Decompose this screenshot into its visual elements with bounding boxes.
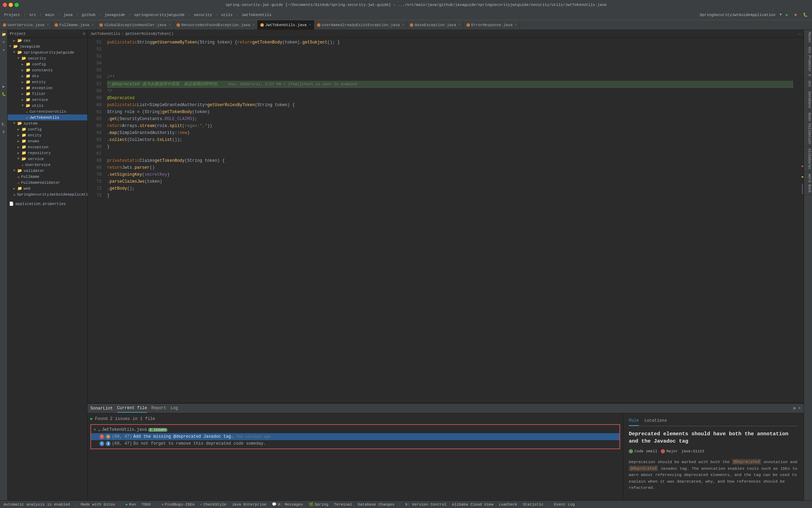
tab-close-resourcenotfound[interactable]: ×: [253, 23, 254, 27]
issue-item-0[interactable]: ! 🔶 (60, 47) Add the missing @deprecated…: [91, 433, 619, 440]
toolbar-github[interactable]: github: [80, 12, 98, 18]
tab-close-usernameexists[interactable]: ×: [402, 23, 404, 27]
breadcrumb-file[interactable]: JwtTokenUtils: [90, 32, 120, 36]
tab-close-userservice[interactable]: ×: [47, 23, 49, 27]
favorites-icon[interactable]: ★: [1, 47, 7, 53]
toolbar-main[interactable]: main: [43, 12, 56, 18]
run-icon[interactable]: ▶: [1, 84, 7, 90]
tree-item-currentuserutils[interactable]: ☕ CurrentUserUtils: [8, 109, 87, 114]
app-selector[interactable]: SpringSecurityJwtGuideApplication: [698, 12, 778, 18]
status-version-control[interactable]: 9: Version Control: [404, 502, 448, 507]
status-messages[interactable]: 💬 0: Messages: [270, 502, 304, 507]
tree-item-userservice[interactable]: ☕ UserService: [8, 162, 87, 168]
project-icon[interactable]: 📁: [1, 31, 7, 38]
status-checkstyle[interactable]: ✓ CheckStyle: [199, 502, 228, 507]
close-bottom-icon[interactable]: ×: [798, 406, 801, 411]
tree-item-security[interactable]: ▼ 📂 security: [8, 55, 87, 61]
toolbar-project[interactable]: Project: [2, 12, 22, 18]
side-label-key-promoter[interactable]: Key Promoter X: [804, 45, 812, 79]
tab-errorresponse[interactable]: ErrorResponse.java ×: [464, 20, 520, 30]
status-terminal[interactable]: Terminal: [332, 502, 354, 507]
tree-item-jwttokenutils[interactable]: ☕ JwtTokenUtils: [8, 114, 87, 120]
dropdown-arrow-icon[interactable]: ▼: [780, 13, 782, 17]
status-java-enterprise[interactable]: Java Enterprise: [230, 502, 268, 507]
status-made-with[interactable]: Made with Gitox: [79, 502, 116, 507]
tree-item-fullname[interactable]: ☕ FullName: [8, 174, 87, 180]
status-alibaba[interactable]: Alibaba Cloud View: [450, 502, 495, 507]
collapse-icon[interactable]: —: [798, 32, 801, 36]
side-label-maven[interactable]: Maven: [804, 30, 812, 45]
status-event-log[interactable]: Event Log: [553, 502, 576, 507]
toolbar-springsecurityjwtguide[interactable]: springsecurityjwtguide: [132, 12, 187, 18]
tree-item-app-properties[interactable]: 📄 application.properties: [8, 201, 87, 207]
tree-item-web[interactable]: ▶ 📁 web: [8, 185, 87, 191]
tab-report[interactable]: Report: [151, 404, 166, 413]
side-label-database[interactable]: Database: [804, 89, 812, 111]
tab-current-file[interactable]: Current file: [117, 404, 147, 413]
tab-log[interactable]: Log: [170, 404, 178, 413]
toolbar-security[interactable]: security: [192, 12, 214, 18]
close-button[interactable]: [3, 3, 7, 7]
tab-resourcenotfound[interactable]: ResourceNotFoundException.java ×: [174, 20, 258, 30]
tab-close-fullname[interactable]: ×: [92, 23, 94, 27]
tree-item-main-app[interactable]: ☕ SpringSecurityJwtGuideApplication: [8, 191, 87, 197]
toolbar-jwt-token-utils[interactable]: JwtTokenUtils: [239, 12, 274, 18]
side-label-ant[interactable]: Ant: [804, 79, 812, 89]
tree-item-validator[interactable]: ▼ 📂 validator: [8, 168, 87, 174]
structure-icon[interactable]: ≡: [1, 39, 7, 45]
tree-item-sys-service[interactable]: ▼ 📂 service: [8, 156, 87, 162]
status-run[interactable]: ▶ Run: [124, 502, 137, 507]
tab-close-baseexception[interactable]: ×: [458, 23, 460, 27]
terminal-icon-left[interactable]: $_: [1, 121, 7, 127]
tree-item-springsecurity[interactable]: ▼ 📂 springsecurityjwtguide: [8, 49, 87, 55]
tab-close-jwttokenutils[interactable]: ×: [309, 23, 311, 27]
tab-globalexception[interactable]: GlobalExceptionHandler.java ×: [97, 20, 174, 30]
status-todo[interactable]: TODO: [140, 502, 152, 507]
status-statistic[interactable]: Statistic: [521, 502, 545, 507]
tree-item-dto[interactable]: ▶ 📁 dto: [8, 73, 87, 79]
tree-item-service-security[interactable]: ▶ 📁 service: [8, 97, 87, 103]
maximize-button[interactable]: [15, 3, 19, 7]
toolbar-utils[interactable]: utils: [219, 12, 235, 18]
tab-usernameexists[interactable]: UserNameAlreadyExistException.java ×: [314, 20, 407, 30]
tab-close-errorresponse[interactable]: ×: [515, 23, 517, 27]
rule-tab-locations[interactable]: Locations: [644, 418, 667, 426]
minimize-button[interactable]: [9, 3, 13, 7]
issue-item-1[interactable]: i ℹ (60, 47) Do not forget to remove thi…: [91, 440, 619, 447]
tab-fullname[interactable]: FullName.java ×: [52, 20, 97, 30]
tree-item-entity[interactable]: ▶ 📁 entity: [8, 79, 87, 85]
stop-button[interactable]: ■: [792, 12, 799, 18]
side-label-wordbook[interactable]: Word Book: [804, 172, 812, 195]
status-spring[interactable]: 🌿 Spring: [307, 502, 330, 507]
tree-item-sys-repository[interactable]: ▶ 📁 repository: [8, 150, 87, 156]
tree-item-exception[interactable]: ▶ 📁 exception: [8, 85, 87, 91]
status-findbugs[interactable]: ● FindBugs-IDEA: [160, 502, 196, 507]
tree-item-config[interactable]: ▶ 📁 config: [8, 61, 87, 67]
tree-item-filter[interactable]: ▶ 📁 filter: [8, 91, 87, 97]
run-button[interactable]: ▶: [784, 12, 790, 18]
tree-item-utils[interactable]: ▼ 📂 utils: [8, 103, 87, 109]
tree-item-sys-config[interactable]: ▶ 📁 config: [8, 126, 87, 132]
tree-item-hub[interactable]: ▶ 📂 ces: [8, 38, 87, 43]
tab-userservice[interactable]: UserService.java ×: [0, 20, 52, 30]
side-label-bean-validation[interactable]: Bean Validation: [804, 111, 812, 146]
settings-bottom-icon[interactable]: ⚙: [793, 406, 796, 411]
tree-item-constants[interactable]: ▶ 📁 constants: [8, 67, 87, 73]
tab-baseexception[interactable]: BaseException.java ×: [407, 20, 463, 30]
status-database-changes[interactable]: Database Changes: [356, 502, 396, 507]
tree-item-sys-enums[interactable]: ▶ 📁 enums: [8, 138, 87, 144]
side-label-alibaba[interactable]: Alibaba/pc: [804, 146, 812, 172]
sidebar-settings-icon[interactable]: ⚙: [83, 31, 85, 36]
toolbar-javaguide[interactable]: javaguide: [103, 12, 127, 18]
tab-close-globalexception[interactable]: ×: [169, 23, 171, 27]
status-luacheck[interactable]: LuaCheck: [497, 502, 519, 507]
tree-item-system[interactable]: ▼ 📂 system: [8, 120, 87, 126]
tree-item-sys-entity[interactable]: ▶ 📁 entity: [8, 132, 87, 138]
settings-icon[interactable]: ⚙: [1, 129, 7, 135]
scrollbar-thumb[interactable]: [802, 184, 803, 194]
window-controls[interactable]: [3, 3, 19, 7]
toolbar-src[interactable]: src: [27, 12, 38, 18]
code-content[interactable]: public static String getUsernameByToken …: [104, 38, 796, 403]
debug-button[interactable]: 🐛: [801, 12, 810, 18]
tree-item-javaguide[interactable]: ▼ 📂 javaguide: [8, 43, 87, 49]
